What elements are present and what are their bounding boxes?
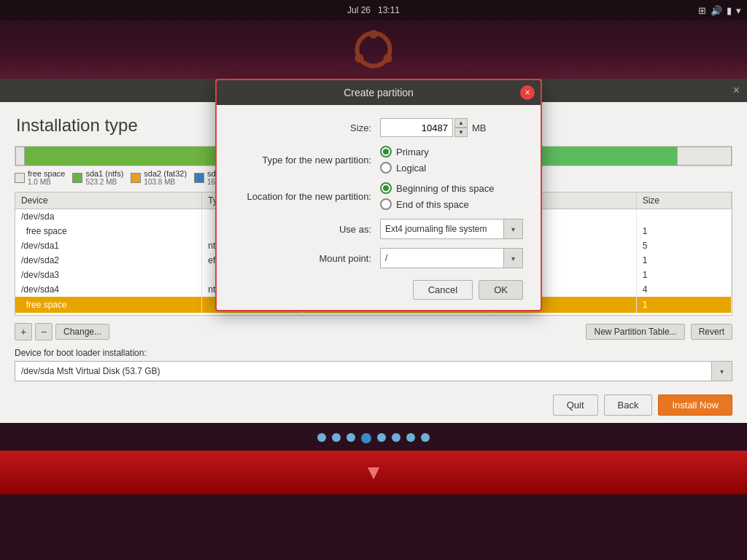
radio-end-label: End of this space [396, 199, 469, 210]
legend-sda1: sda1 (ntfs)523.2 MB [72, 169, 123, 186]
ubuntu-logo [352, 28, 395, 71]
dialog-mount-select-wrapper: / ▾ [380, 248, 523, 268]
svg-point-1 [369, 30, 378, 39]
quit-button[interactable]: Quit [553, 394, 598, 416]
dialog-type-radio-group: Primary Logical [380, 146, 429, 174]
dialog-size-unit: MB [472, 122, 487, 133]
dialog-mount-select[interactable]: / [380, 248, 504, 268]
back-button[interactable]: Back [604, 394, 653, 416]
topbar-time: 13:11 [378, 5, 400, 15]
radio-beginning-label: Beginning of this space [396, 183, 494, 194]
bootloader-section: Device for boot loader installation: /de… [0, 343, 747, 387]
svg-point-2 [384, 54, 392, 63]
dialog-size-spinners: ▲ ▼ [454, 118, 468, 137]
radio-primary-label: Primary [396, 147, 429, 158]
radio-logical-label: Logical [396, 163, 426, 174]
dialog-mount-label: Mount point: [234, 253, 380, 264]
change-partition-button[interactable]: Change... [55, 324, 109, 340]
radio-primary[interactable]: Primary [380, 146, 429, 158]
bootloader-label: Device for boot loader installation: [15, 348, 732, 358]
size-increment-button[interactable]: ▲ [454, 118, 468, 128]
legend-free1: free space1.0 MB [15, 169, 65, 186]
dialog-type-label: Type for the new partition: [234, 155, 380, 166]
topbar-icons: ⊞ 🔊 ▮ ▾ [698, 5, 741, 16]
dialog-actions: Cancel OK [234, 277, 523, 300]
bootloader-select[interactable]: /dev/sda Msft Virtual Disk (53.7 GB) [15, 361, 712, 381]
topbar: Jul 26 13:11 ⊞ 🔊 ▮ ▾ [0, 0, 747, 20]
radio-end[interactable]: End of this space [380, 198, 494, 210]
part-seg-free2 [677, 147, 732, 166]
right-buttons: New Partition Table... Revert [586, 324, 732, 340]
radio-logical[interactable]: Logical [380, 162, 429, 174]
part-seg-free1 [15, 147, 25, 166]
dialog-use-as-select[interactable]: Ext4 journaling file system [380, 219, 504, 239]
bootloader-select-arrow: ▾ [712, 361, 732, 381]
dialog-size-input[interactable] [380, 118, 453, 137]
dot-4-active [361, 433, 371, 443]
radio-beginning[interactable]: Beginning of this space [380, 182, 494, 194]
create-partition-dialog: Create partition × Size: ▲ ▼ MB Type for… [215, 79, 542, 311]
dialog-location-radio-group: Beginning of this space End of this spac… [380, 182, 494, 210]
remove-partition-button[interactable]: − [35, 323, 53, 341]
radio-end-circle[interactable] [380, 198, 392, 210]
dialog-use-as-select-wrapper: Ext4 journaling file system ▾ [380, 219, 523, 239]
dialog-cancel-button[interactable]: Cancel [413, 280, 473, 300]
bottom-arrow-icon: ▼ [363, 461, 384, 484]
dot-6 [392, 433, 400, 442]
battery-icon: ▮ [727, 5, 732, 16]
use-as-arrow: ▾ [504, 219, 523, 239]
topbar-date: Jul 26 [347, 5, 371, 15]
dialog-size-label: Size: [234, 122, 380, 133]
radio-beginning-circle[interactable] [380, 182, 392, 194]
dialog-title: Create partition [344, 87, 414, 98]
svg-point-3 [355, 54, 364, 63]
size-decrement-button[interactable]: ▼ [454, 128, 468, 137]
dialog-body: Size: ▲ ▼ MB Type for the new partition:… [217, 105, 541, 310]
col-device: Device [15, 192, 202, 209]
dialog-location-label: Location for the new partition: [234, 191, 380, 202]
topbar-datetime: Jul 26 13:11 [347, 5, 400, 15]
network-icon: ⊞ [698, 5, 706, 16]
radio-logical-circle[interactable] [380, 162, 392, 174]
dialog-close-button[interactable]: × [520, 85, 535, 100]
dialog-use-as-label: Use as: [234, 224, 380, 235]
dot-3 [347, 433, 355, 442]
mount-arrow: ▾ [504, 248, 523, 268]
sound-icon: 🔊 [711, 5, 722, 16]
add-partition-button[interactable]: + [15, 323, 32, 341]
revert-button[interactable]: Revert [691, 324, 732, 340]
dialog-mount-row: Mount point: / ▾ [234, 248, 523, 268]
dialog-titlebar: Create partition × [217, 80, 541, 105]
dot-1 [317, 433, 326, 442]
menu-icon: ▾ [736, 5, 741, 16]
table-controls-row: + − Change... New Partition Table... Rev… [0, 320, 747, 343]
dialog-use-as-row: Use as: Ext4 journaling file system ▾ [234, 219, 523, 239]
dot-7 [406, 433, 415, 442]
bottom-bar: ▼ [0, 451, 747, 494]
dot-2 [332, 433, 341, 442]
action-buttons: Quit Back Install Now [0, 387, 747, 423]
dialog-ok-button[interactable]: OK [479, 280, 523, 300]
dots-navigation [0, 423, 747, 451]
install-now-button[interactable]: Install Now [658, 394, 732, 416]
desktop-background [0, 20, 747, 79]
legend-sda2: sda2 (fat32)103.8 MB [131, 169, 187, 186]
dot-5 [377, 433, 386, 442]
bootloader-select-wrapper: /dev/sda Msft Virtual Disk (53.7 GB) ▾ [15, 361, 732, 381]
dot-8 [421, 433, 430, 442]
new-partition-table-button[interactable]: New Partition Table... [586, 324, 684, 340]
dialog-type-row: Type for the new partition: Primary Logi… [234, 146, 523, 174]
col-size: Size [636, 192, 731, 209]
radio-primary-circle[interactable] [380, 146, 392, 158]
installer-close-button[interactable]: × [733, 85, 740, 96]
dialog-size-row: Size: ▲ ▼ MB [234, 118, 523, 137]
dialog-location-row: Location for the new partition: Beginnin… [234, 182, 523, 210]
